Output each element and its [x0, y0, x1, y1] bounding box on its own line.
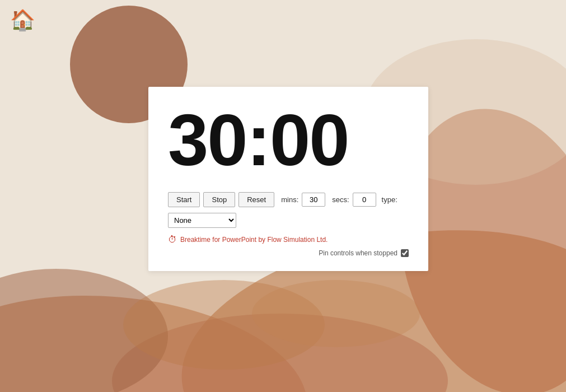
home-icon[interactable]: 🏠 — [10, 10, 35, 30]
mins-label: mins: — [281, 195, 298, 204]
pin-controls-label: Pin controls when stopped — [319, 249, 397, 257]
type-label: type: — [382, 195, 397, 204]
branding-text: Breaktime for PowerPoint by Flow Simulat… — [180, 236, 328, 244]
controls-row: Start Stop Reset mins: secs: type: — [168, 192, 409, 207]
mins-input[interactable] — [302, 193, 325, 207]
stop-button[interactable]: Stop — [203, 192, 235, 207]
pin-controls-row: Pin controls when stopped — [168, 249, 409, 257]
timer-card: 30:00 Start Stop Reset mins: secs: type:… — [148, 87, 428, 271]
type-select[interactable]: None Count Up Count Down — [168, 213, 236, 228]
secs-label: secs: — [332, 195, 349, 204]
dropdown-row: None Count Up Count Down — [168, 213, 409, 228]
reset-button[interactable]: Reset — [238, 192, 274, 207]
secs-input[interactable] — [353, 193, 376, 207]
svg-point-9 — [252, 280, 420, 347]
timer-display: 30:00 — [168, 104, 409, 176]
pin-controls-checkbox[interactable] — [401, 249, 409, 257]
branding-icon: ⏱ — [168, 235, 177, 245]
branding-row: ⏱ Breaktime for PowerPoint by Flow Simul… — [168, 235, 409, 245]
start-button[interactable]: Start — [168, 192, 200, 207]
